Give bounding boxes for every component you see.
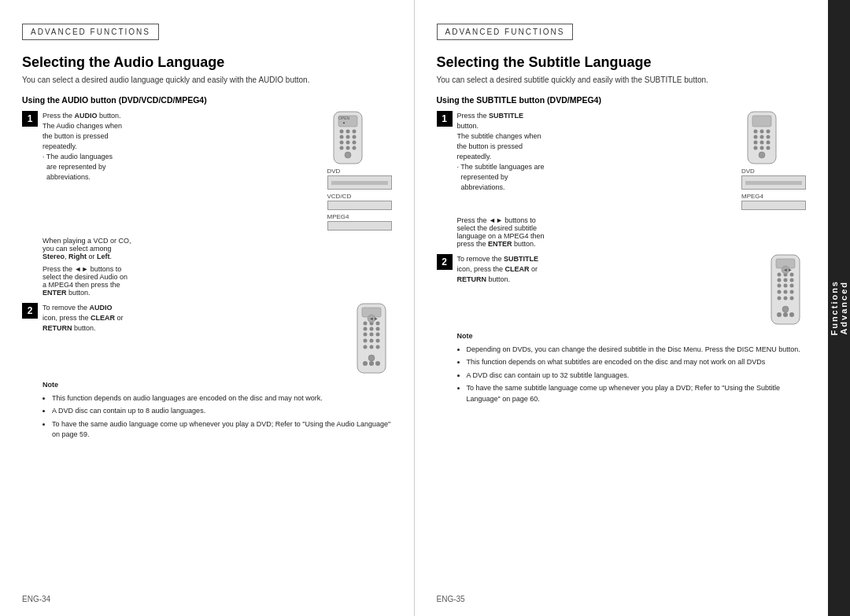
svg-point-5 <box>339 135 343 139</box>
left-step1: 1 Press the AUDIO button. The Audio chan… <box>22 111 392 231</box>
svg-point-13 <box>352 146 356 150</box>
svg-point-69 <box>778 297 782 301</box>
svg-point-36 <box>368 355 375 361</box>
right-note-title: Note <box>457 331 807 342</box>
svg-point-12 <box>346 146 349 150</box>
left-note-title: Note <box>42 380 392 391</box>
dvd-display-left1: DVD <box>327 168 392 190</box>
svg-point-74 <box>782 306 789 312</box>
svg-point-59 <box>790 273 794 277</box>
left-section-title: Selecting the Audio Language <box>22 54 392 71</box>
svg-point-8 <box>339 141 343 145</box>
right-section-title: Selecting the Subtitle Language <box>437 54 807 71</box>
svg-point-29 <box>369 339 373 343</box>
dvd-bar-right1 <box>741 175 806 190</box>
svg-point-47 <box>767 135 771 139</box>
svg-point-6 <box>346 135 349 139</box>
svg-point-38 <box>369 361 374 366</box>
svg-point-75 <box>777 312 782 317</box>
svg-point-30 <box>375 339 379 343</box>
svg-point-44 <box>767 130 771 134</box>
left-subsection-title: Using the AUDIO button (DVD/VCD/CD/MPEG4… <box>22 95 392 105</box>
svg-rect-41 <box>752 116 771 127</box>
left-note: Note This function depends on audio lang… <box>42 380 392 441</box>
mpeg4-bar-right1 <box>741 201 806 210</box>
right-step2-remove: 2 To remove the SUBTITLE icon, press the… <box>437 254 807 325</box>
svg-point-25 <box>363 333 367 337</box>
right-step1-desc: Press the SUBTITLE button. The subtitle … <box>457 111 736 193</box>
page-spread: Advanced Functions Selecting the Audio L… <box>0 0 850 616</box>
svg-point-21 <box>375 322 379 326</box>
svg-point-67 <box>784 290 788 294</box>
vcdcd-label-left1: VCD/CD <box>327 193 352 200</box>
svg-point-51 <box>754 146 758 150</box>
right-subsection-title: Using the SUBTITLE button (DVD/MPEG4) <box>437 95 807 105</box>
svg-point-70 <box>784 297 788 301</box>
right-step1-number: 1 <box>437 111 453 127</box>
svg-point-77 <box>789 312 794 317</box>
dvd-label-right1: DVD <box>741 168 755 175</box>
left-page: Advanced Functions Selecting the Audio L… <box>0 0 415 616</box>
svg-text:◄►: ◄► <box>369 316 379 321</box>
vcdcd-display-left1: VCD/CD <box>327 193 392 210</box>
svg-point-48 <box>754 141 758 145</box>
left-step2-text: When playing a VCD or CO, you can select… <box>42 237 392 260</box>
svg-point-23 <box>369 327 373 331</box>
right-step1-visuals: DVD MPEG4 <box>741 111 806 210</box>
svg-point-49 <box>760 141 764 145</box>
svg-point-64 <box>784 284 788 288</box>
remote-icon-left2: ◄► <box>351 303 392 374</box>
svg-point-46 <box>760 135 764 139</box>
svg-point-53 <box>767 146 771 150</box>
svg-point-65 <box>790 284 794 288</box>
dvd-bar-inner-right1 <box>745 181 802 185</box>
svg-point-22 <box>363 327 367 331</box>
svg-point-26 <box>369 333 373 337</box>
right-step2-desc: To remove the SUBTITLE icon, press the C… <box>457 254 759 285</box>
remote-icon-right1 <box>741 111 782 164</box>
svg-point-60 <box>778 278 782 282</box>
svg-point-11 <box>339 146 343 150</box>
dvd-bar-left1 <box>327 175 392 190</box>
side-tab-advanced: Advanced <box>839 281 848 335</box>
svg-point-76 <box>783 312 788 317</box>
svg-point-31 <box>363 345 367 349</box>
svg-point-71 <box>790 297 794 301</box>
right-note-item-1: Depending on DVDs, you can change the de… <box>467 345 807 356</box>
right-page: Advanced Functions Selecting the Subtitl… <box>415 0 829 616</box>
left-step2-body: To remove the AUDIO icon, press the CLEA… <box>42 303 392 374</box>
left-step2-number: 2 <box>22 303 38 319</box>
right-note-item-4: To have the same subtitle language come … <box>467 383 807 404</box>
left-page-number: ENG-34 <box>22 595 50 603</box>
left-banner: Advanced Functions <box>22 24 159 40</box>
left-step1-body: Press the AUDIO button. The Audio change… <box>42 111 392 231</box>
left-mpeg4-step-text: Press the ◄► buttons to select the desir… <box>42 265 392 297</box>
right-note: Note Depending on DVDs, you can change t… <box>457 331 807 404</box>
svg-point-9 <box>346 141 349 145</box>
dvd-display-right1: DVD <box>741 168 806 190</box>
svg-point-10 <box>352 141 356 145</box>
svg-text:◄►: ◄► <box>783 267 793 272</box>
right-step1-body: Press the SUBTITLE button. The subtitle … <box>457 111 807 210</box>
svg-point-39 <box>375 361 380 366</box>
right-mpeg4-step-text: Press the ◄► buttons to select the desir… <box>457 216 807 248</box>
side-tab-functions: Functions <box>830 280 839 336</box>
svg-point-3 <box>346 130 349 134</box>
svg-point-43 <box>760 130 764 134</box>
right-step2-number: 2 <box>437 254 453 270</box>
right-page-number: ENG-35 <box>437 595 465 603</box>
svg-point-37 <box>363 361 368 366</box>
right-step2-body: To remove the SUBTITLE icon, press the C… <box>457 254 807 325</box>
svg-point-28 <box>363 339 367 343</box>
mpeg4-display-left1: MPEG4 <box>327 213 392 231</box>
mpeg4-label-left1: MPEG4 <box>327 213 349 220</box>
svg-point-7 <box>352 135 356 139</box>
vcdcd-bar-left1 <box>327 201 392 210</box>
left-section-desc: You can select a desired audio language … <box>22 76 392 84</box>
remote-icon-left1: OPEN ▲ <box>327 111 368 164</box>
left-step2-remove: 2 To remove the AUDIO icon, press the CL… <box>22 303 392 374</box>
svg-point-14 <box>345 152 351 158</box>
svg-point-45 <box>754 135 758 139</box>
right-note-list: Depending on DVDs, you can change the de… <box>457 345 807 405</box>
svg-point-68 <box>790 290 794 294</box>
